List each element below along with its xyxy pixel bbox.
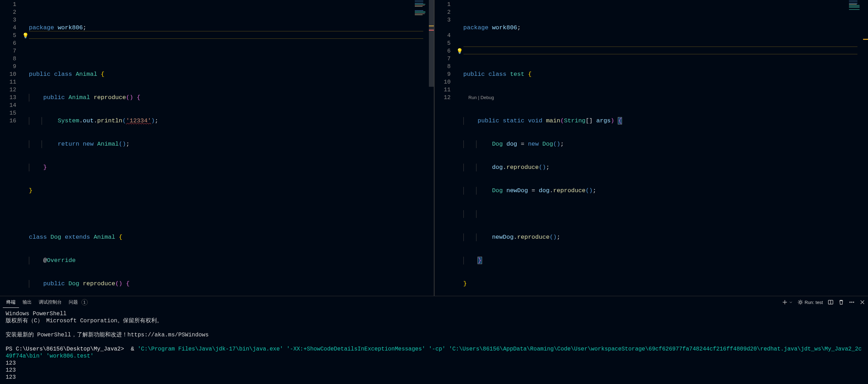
tab-output[interactable]: 输出 (19, 297, 35, 308)
svg-point-3 (851, 302, 852, 303)
terminal-line: 版权所有（C） Microsoft Corporation。保留所有权利。 (6, 318, 162, 324)
terminal-line: 安装最新的 PowerShell，了解新功能和改进！https://aka.ms… (6, 332, 209, 338)
terminal-line: 123 (6, 360, 16, 366)
run-task-indicator[interactable]: Run: test (798, 299, 823, 305)
trash-icon (838, 299, 844, 305)
svg-point-0 (799, 301, 801, 303)
kill-terminal-button[interactable] (838, 299, 844, 305)
bottom-panel: 终端 输出 调试控制台 问题 1 Run: test (0, 296, 868, 384)
code-left[interactable]: package work806; public class Animal { p… (29, 0, 434, 296)
codelens-run-debug[interactable]: Run | Debug (463, 94, 868, 102)
new-terminal-button[interactable] (782, 299, 793, 305)
svg-point-4 (853, 302, 854, 303)
glyph-margin-left: 💡 (22, 0, 29, 296)
terminal-output[interactable]: Windows PowerShell 版权所有（C） Microsoft Cor… (0, 308, 868, 384)
scrollbar-left[interactable] (429, 0, 434, 87)
editor-pane-left[interactable]: 1234 5678 9101112 13141516 💡 package wor… (0, 0, 435, 296)
terminal-line: 123 (6, 367, 16, 373)
problems-count-badge: 1 (81, 299, 88, 305)
terminal-line: Windows PowerShell (6, 311, 67, 317)
code-right[interactable]: package work806; public class test { Run… (463, 0, 868, 296)
more-actions-button[interactable] (849, 299, 855, 305)
minimap-left[interactable] (415, 1, 429, 16)
ellipsis-icon (849, 299, 855, 305)
overview-ruler-right[interactable] (863, 0, 868, 296)
editor-pane-right[interactable]: 123 4567 891011 12 💡 package work806; (435, 0, 868, 296)
line-gutter-right: 123 4567 891011 12 (435, 0, 456, 296)
line-gutter-left: 1234 5678 9101112 13141516 (0, 0, 22, 296)
panel-tabbar: 终端 输出 调试控制台 问题 1 Run: test (0, 296, 868, 308)
chevron-down-icon (789, 300, 793, 304)
split-terminal-button[interactable] (828, 299, 833, 305)
terminal-prompt: PS C:\Users\86156\Desktop\My_Java2> & (6, 346, 137, 352)
panel-actions: Run: test (782, 299, 865, 305)
tab-problems[interactable]: 问题 1 (65, 297, 91, 308)
plus-icon (782, 299, 788, 305)
split-icon (828, 299, 833, 305)
svg-point-2 (850, 302, 850, 303)
lightbulb-icon[interactable]: 💡 (22, 32, 29, 39)
tab-debug-console[interactable]: 调试控制台 (35, 297, 65, 308)
tab-terminal[interactable]: 终端 (3, 297, 19, 308)
close-panel-button[interactable] (860, 299, 865, 305)
terminal-line: 123 (6, 374, 16, 380)
editor-group: 1234 5678 9101112 13141516 💡 package wor… (0, 0, 868, 296)
lightbulb-icon[interactable]: 💡 (456, 48, 463, 55)
minimap-right[interactable] (849, 1, 863, 10)
workspace: 1234 5678 9101112 13141516 💡 package wor… (0, 0, 868, 384)
debug-icon (798, 299, 803, 305)
glyph-margin-right: 💡 (456, 0, 463, 296)
close-icon (860, 299, 865, 305)
